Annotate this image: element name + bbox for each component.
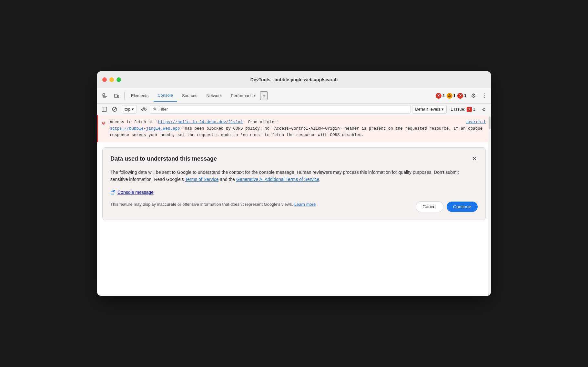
devtools-window: DevTools - bubble-jingle.web.app/search …	[97, 71, 491, 296]
tab-network[interactable]: Network	[203, 90, 226, 102]
ai-dialog: Data used to understand this message ✕ T…	[102, 147, 486, 220]
context-label: top	[125, 107, 130, 112]
svg-rect-2	[103, 97, 106, 98]
origin-url-link[interactable]: https://bubble-jingle.web.app	[110, 126, 180, 131]
filter-input[interactable]	[158, 107, 408, 112]
inspect-element-icon[interactable]	[100, 91, 110, 101]
warning-count: 1	[453, 94, 456, 98]
error-text-mid: ' from origin '	[243, 120, 279, 124]
dialog-body-mid-text: and the	[220, 177, 235, 182]
chevron-down-icon: ▾	[132, 107, 134, 112]
chevron-down-icon: ▾	[441, 107, 444, 112]
error-text-start: Access to fetch at '	[110, 120, 158, 124]
scrollbar-thumb[interactable]	[489, 116, 491, 129]
dialog-title: Data used to understand this message	[110, 155, 478, 162]
dialog-close-button[interactable]: ✕	[470, 154, 479, 163]
console-settings-icon[interactable]: ⚙	[479, 105, 488, 114]
tab-overflow-button[interactable]: »	[260, 91, 268, 100]
tab-elements[interactable]: Elements	[127, 90, 152, 102]
context-selector[interactable]: top ▾	[122, 105, 137, 114]
issue-badge[interactable]: 1 Issue: 1 1	[448, 107, 478, 112]
tab-separator	[124, 92, 125, 100]
dialog-footer: This feature may display inaccurate or o…	[110, 201, 478, 212]
tab-console[interactable]: Console	[154, 90, 177, 102]
external-link-icon	[110, 190, 116, 195]
dialog-body: The following data will be sent to Googl…	[110, 169, 478, 183]
error-source-link[interactable]: search:1	[466, 119, 486, 125]
fetch-url-link[interactable]: https://hello-io-24.deno.dev/?lvl=1	[158, 120, 243, 124]
eye-icon[interactable]	[139, 105, 148, 114]
info-badge-icon: ✕	[457, 93, 463, 99]
close-button[interactable]	[102, 77, 107, 82]
devtools-tab-bar: Elements Console Sources Network Perform…	[97, 88, 491, 104]
default-levels-selector[interactable]: Default levels ▾	[412, 105, 447, 114]
svg-rect-6	[103, 107, 103, 111]
learn-more-link[interactable]: Learn more	[294, 202, 316, 207]
disclaimer-text: This feature may display inaccurate or o…	[110, 202, 293, 207]
issue-label: 1 Issue:	[451, 107, 465, 112]
info-count: 1	[464, 94, 466, 98]
minimize-button[interactable]	[109, 77, 114, 82]
dialog-disclaimer: This feature may display inaccurate or o…	[110, 201, 411, 208]
error-count: 2	[442, 94, 445, 98]
default-levels-label: Default levels	[415, 107, 440, 112]
more-options-icon[interactable]: ⋮	[481, 91, 488, 101]
badge-group: ✕ 2 ⚠ 1 ✕ 1 ⚙ ⋮	[436, 91, 488, 101]
svg-rect-0	[103, 94, 105, 95]
error-message: ⊗ search:1 Access to fetch at 'https://h…	[97, 115, 491, 142]
console-message-link[interactable]: Console message	[110, 190, 478, 195]
console-toolbar: top ▾ ⚗ Default levels ▾ 1 Issue: 1 1 ⚙	[97, 104, 491, 115]
console-content: ⊗ search:1 Access to fetch at 'https://h…	[97, 115, 491, 296]
error-icon: ⊗	[102, 120, 105, 128]
svg-point-9	[143, 108, 145, 110]
cancel-button[interactable]: Cancel	[416, 201, 443, 212]
svg-rect-3	[115, 94, 117, 98]
scrollbar[interactable]	[488, 115, 491, 296]
issue-icon: 1	[467, 107, 472, 112]
title-bar: DevTools - bubble-jingle.web.app/search	[97, 71, 491, 88]
device-toolbar-icon[interactable]	[111, 91, 122, 101]
terms-of-service-link[interactable]: Terms of Service	[185, 177, 218, 182]
window-title: DevTools - bubble-jingle.web.app/search	[250, 77, 338, 82]
ai-terms-link[interactable]: Generative AI Additional Terms of Servic…	[236, 177, 319, 182]
traffic-lights	[102, 77, 121, 82]
svg-rect-5	[102, 107, 107, 111]
error-badge[interactable]: ✕ 2	[436, 93, 445, 99]
info-badge[interactable]: ✕ 1	[457, 93, 466, 99]
console-message-text[interactable]: Console message	[117, 190, 154, 195]
settings-gear-icon[interactable]: ⚙	[468, 91, 479, 101]
tab-sources[interactable]: Sources	[178, 90, 201, 102]
warning-badge[interactable]: ⚠ 1	[447, 93, 456, 99]
error-badge-icon: ✕	[436, 93, 441, 99]
maximize-button[interactable]	[117, 77, 121, 82]
dialog-buttons: Cancel Continue	[416, 201, 478, 212]
svg-line-8	[113, 108, 116, 111]
issue-count: 1	[473, 107, 475, 112]
dialog-body-period: .	[319, 177, 320, 182]
svg-rect-4	[117, 95, 119, 97]
continue-button[interactable]: Continue	[447, 202, 478, 212]
warning-badge-icon: ⚠	[447, 93, 452, 99]
sidebar-toggle-icon[interactable]	[100, 105, 109, 114]
tab-performance[interactable]: Performance	[227, 90, 259, 102]
svg-rect-1	[103, 96, 107, 97]
clear-console-icon[interactable]	[110, 105, 119, 114]
filter-icon: ⚗	[153, 107, 157, 112]
filter-box: ⚗	[150, 105, 411, 114]
